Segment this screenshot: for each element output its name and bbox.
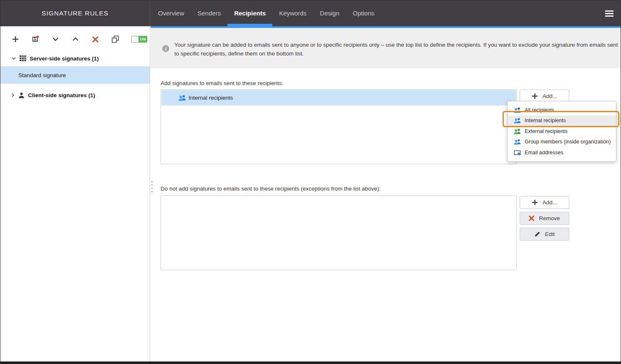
tree-group-client-side[interactable]: Client-side signatures (1) — [0, 89, 150, 101]
server-icon — [20, 55, 26, 61]
add-recipient-menu: All recipients Internal recipients — [507, 101, 616, 162]
unsaved-changes-dot — [36, 35, 39, 38]
menu-item-external-recipients[interactable]: External recipients — [508, 126, 616, 137]
move-down-button[interactable] — [51, 35, 59, 44]
remove-button[interactable]: Remove — [520, 212, 569, 225]
splitter-handle[interactable] — [151, 181, 153, 194]
tree-item-standard-signature[interactable]: Standard signature — [0, 66, 150, 84]
rules-sidebar: ON Server-side signatures (1) Sta — [0, 26, 150, 361]
copy-icon — [111, 35, 119, 43]
tab-keywords[interactable]: Keywords — [272, 0, 313, 26]
plus-icon — [532, 93, 538, 99]
menu-item-label: Email addresses — [525, 150, 563, 156]
tree-group-label: Client-side signatures (1) — [28, 92, 95, 98]
tab-overview[interactable]: Overview — [151, 0, 191, 26]
chevron-down-icon — [52, 37, 59, 41]
tab-options[interactable]: Options — [346, 0, 381, 26]
delete-rule-button[interactable] — [91, 35, 99, 44]
menu-item-label: External recipients — [525, 128, 568, 134]
page-title: SIGNATURE RULES — [0, 0, 150, 26]
toggle-knob — [132, 36, 138, 42]
plus-icon — [532, 199, 538, 206]
rule-enabled-toggle[interactable]: ON — [131, 36, 147, 43]
tab-senders[interactable]: Senders — [191, 0, 228, 26]
add-button-label: Add... — [543, 199, 557, 206]
email-card-icon — [514, 150, 521, 156]
tab-design[interactable]: Design — [313, 0, 346, 26]
info-banner-text: Your signature can be added to emails se… — [174, 40, 621, 58]
remove-button-label: Remove — [539, 215, 560, 221]
people-mixed-icon — [514, 107, 521, 113]
menu-item-internal-recipients[interactable]: Internal recipients — [508, 115, 616, 126]
remove-x-icon — [529, 216, 534, 221]
menu-item-label: Group members (inside organization) — [525, 139, 611, 145]
people-blue-icon — [514, 139, 521, 145]
people-blue-icon — [514, 118, 521, 123]
edit-pencil-icon — [534, 231, 541, 237]
list-item-label: Internal recipients — [189, 95, 233, 101]
menu-item-label: All recipients — [525, 107, 554, 113]
add-exclude-button[interactable]: Add... — [520, 196, 569, 209]
exclude-recipients-listbox[interactable] — [161, 196, 517, 270]
hamburger-menu-icon[interactable] — [605, 10, 613, 17]
move-up-button[interactable] — [71, 35, 79, 44]
include-recipients-listbox[interactable]: Internal recipients — [161, 89, 517, 164]
edit-button[interactable]: Edit — [520, 228, 569, 241]
list-item-internal-recipients[interactable]: Internal recipients — [161, 90, 516, 105]
chevron-right-icon — [12, 93, 15, 97]
rules-toolbar: ON — [0, 32, 150, 47]
include-recipients-label: Add signatures to emails sent to these r… — [161, 80, 283, 86]
chevron-up-icon — [72, 37, 79, 41]
save-icon — [31, 35, 39, 44]
info-banner: i Your signature can be added to emails … — [151, 28, 621, 68]
user-icon — [18, 92, 25, 98]
people-blue-icon — [179, 95, 186, 101]
menu-item-group-members[interactable]: Group members (inside organization) — [508, 137, 616, 148]
menu-item-email-addresses[interactable]: Email addresses — [508, 147, 616, 158]
clone-rule-button[interactable] — [111, 35, 119, 44]
info-icon: i — [162, 45, 169, 52]
menu-item-label: Internal recipients — [525, 118, 566, 123]
plus-icon — [12, 35, 19, 43]
tree-group-label: Server-side signatures (1) — [30, 55, 99, 62]
menu-item-all-recipients[interactable]: All recipients — [508, 105, 616, 115]
signatures-tree: Server-side signatures (1) Standard sign… — [0, 52, 150, 101]
app-header: SIGNATURE RULES Overview Senders Recipie… — [0, 0, 621, 26]
tab-recipients[interactable]: Recipients — [227, 0, 272, 26]
add-rule-button[interactable] — [11, 35, 19, 44]
chevron-down-icon — [12, 57, 16, 60]
exclude-recipients-label: Do not add signatures to emails sent to … — [161, 186, 381, 192]
add-button-label: Add... — [543, 93, 557, 99]
edit-button-label: Edit — [545, 231, 555, 237]
delete-x-icon — [92, 36, 98, 43]
save-button[interactable] — [31, 35, 39, 44]
tree-group-server-side[interactable]: Server-side signatures (1) — [0, 52, 150, 65]
window-bottom-edge — [0, 361, 621, 364]
toggle-on-label: ON — [138, 37, 147, 41]
signature-rules-window: SIGNATURE RULES Overview Senders Recipie… — [0, 0, 621, 364]
people-green-icon — [514, 128, 521, 134]
tab-bar: Overview Senders Recipients Keywords Des… — [151, 0, 596, 26]
recipients-panel: i Your signature can be added to emails … — [151, 28, 621, 361]
